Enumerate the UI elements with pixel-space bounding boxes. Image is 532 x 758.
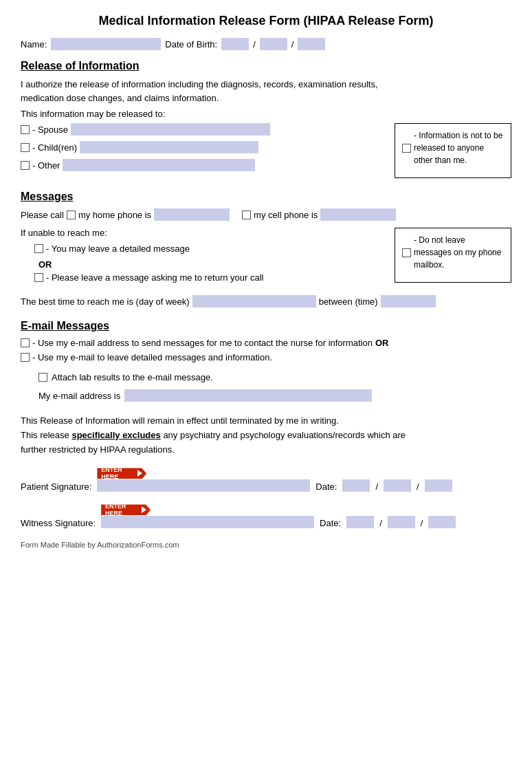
patient-date-label: Date: (315, 481, 337, 492)
do-not-leave-box: - Do not leave messages on my phone mail… (395, 228, 511, 283)
patient-date-month[interactable] (342, 479, 370, 492)
may-leave-checkbox[interactable] (34, 244, 43, 253)
email-addr-input[interactable] (124, 389, 372, 402)
home-phone-input[interactable] (154, 208, 230, 221)
home-phone-label: my home phone is (78, 210, 151, 220)
witness-date-day[interactable] (388, 516, 415, 528)
unable-left: If unable to reach me: - You may leave a… (21, 228, 388, 288)
release-layout: - Spouse - Child(ren) - Other - Informat… (21, 123, 511, 178)
not-released-text: - Information is not to be released to a… (414, 129, 504, 166)
please-leave-row: - Please leave a message asking me to re… (34, 272, 388, 283)
children-checkbox[interactable] (21, 143, 30, 152)
spouse-checkbox[interactable] (21, 125, 30, 134)
release-left: - Spouse - Child(ren) - Other (21, 123, 388, 177)
children-label: - Child(ren) (32, 142, 77, 153)
release-section: Release of Information I authorize the r… (21, 60, 511, 178)
email-addr-row: My e-mail address is (38, 389, 511, 402)
best-time-label: The best time to reach me is (day of wee… (21, 296, 190, 307)
may-leave-label: - You may leave a detailed message (46, 243, 190, 254)
or-text: OR (38, 259, 388, 270)
other-label: - Other (32, 160, 60, 171)
witness-date-label: Date: (320, 518, 341, 528)
slash3: / (375, 481, 378, 492)
do-not-leave-checkbox[interactable] (402, 248, 411, 257)
patient-sig-label: Patient Signature: (21, 481, 91, 492)
do-not-leave-row: - Do not leave messages on my phone mail… (402, 234, 504, 271)
slash1: / (253, 39, 256, 50)
not-released-checkbox[interactable] (402, 144, 411, 153)
not-released-row: - Information is not to be released to a… (402, 129, 504, 166)
witness-sig-row: Witness Signature: ENTER HERE Date: / / (21, 504, 511, 528)
please-leave-label: - Please leave a message asking me to re… (46, 272, 264, 283)
cell-phone-checkbox[interactable] (242, 210, 251, 219)
please-leave-checkbox[interactable] (34, 273, 43, 282)
specifically-excludes: specifically excludes (71, 430, 160, 440)
footer-line2: This release specifically excludes any p… (21, 429, 511, 443)
other-checkbox[interactable] (21, 161, 30, 170)
cell-phone-input[interactable] (320, 208, 396, 221)
name-row: Name: Date of Birth: / / (21, 38, 511, 50)
do-not-leave-text: - Do not leave messages on my phone mail… (414, 234, 504, 271)
email-option1-checkbox[interactable] (21, 338, 30, 347)
patient-sig-input-wrap: ENTER HERE (97, 468, 310, 492)
authorize-text: I authorize the release of information i… (21, 78, 511, 105)
email-section: E-mail Messages - Use my e-mail address … (21, 320, 511, 402)
other-input[interactable] (63, 159, 255, 171)
dob-day-input[interactable] (260, 38, 287, 50)
spouse-label: - Spouse (32, 124, 68, 135)
email-option1-label: - Use my e-mail address to send messages… (32, 338, 373, 348)
phone-row: Please call my home phone is my cell pho… (21, 208, 511, 221)
footer-line3: further restricted by HIPAA regulations. (21, 443, 511, 457)
witness-date-month[interactable] (346, 516, 374, 528)
spouse-row: - Spouse (21, 123, 388, 136)
not-released-box: - Information is not to be released to a… (395, 123, 511, 178)
dob-month-input[interactable] (221, 38, 249, 50)
home-phone-checkbox[interactable] (67, 210, 76, 219)
children-row: - Child(ren) (21, 141, 388, 153)
patient-sig-tag: ENTER HERE (97, 468, 146, 479)
dob-year-input[interactable] (298, 38, 325, 50)
email-option1-row: - Use my e-mail address to send messages… (21, 338, 511, 348)
witness-sig-input-wrap: ENTER HERE (101, 504, 314, 528)
name-label: Name: (21, 39, 47, 50)
email-option2-row: - Use my e-mail to leave detailed messag… (21, 352, 511, 362)
footer-text: This Release of Information will remain … (21, 414, 511, 457)
messages-heading: Messages (21, 191, 511, 203)
between-label: between (time) (319, 296, 378, 307)
dob-label: Date of Birth: (165, 39, 217, 50)
call-label: Please call (21, 210, 64, 220)
witness-sig-label: Witness Signature: (21, 518, 96, 528)
slash2: / (291, 39, 294, 50)
patient-date-day[interactable] (384, 479, 411, 492)
spouse-input[interactable] (71, 123, 270, 136)
made-by: Form Made Fillable by AuthorizationForms… (21, 541, 511, 549)
attach-row: Attach lab results to the e-mail message… (38, 372, 511, 382)
messages-section: Messages Please call my home phone is my… (21, 191, 511, 307)
witness-date-year[interactable] (428, 516, 456, 528)
page-title: Medical Information Release Form (HIPAA … (21, 14, 511, 28)
footer-line1: This Release of Information will remain … (21, 414, 511, 429)
may-leave-row: - You may leave a detailed message (34, 243, 388, 254)
patient-sig-input[interactable] (97, 479, 310, 492)
patient-date-year[interactable] (425, 479, 452, 492)
email-or-label: OR (375, 338, 389, 348)
name-input[interactable] (51, 38, 161, 50)
slash5: / (379, 518, 382, 528)
may-be-released-text: This information may be released to: (21, 109, 511, 119)
unable-label: If unable to reach me: (21, 228, 388, 238)
between-time-input[interactable] (381, 295, 436, 307)
patient-sig-row: Patient Signature: ENTER HERE Date: / / (21, 468, 511, 492)
attach-checkbox[interactable] (38, 373, 47, 382)
children-input[interactable] (80, 141, 258, 153)
other-row: - Other (21, 159, 388, 171)
best-time-input[interactable] (192, 295, 316, 307)
witness-sig-input[interactable] (101, 516, 314, 528)
best-time-row: The best time to reach me is (day of wee… (21, 295, 511, 307)
attach-label: Attach lab results to the e-mail message… (52, 372, 213, 382)
release-heading: Release of Information (21, 60, 511, 72)
slash4: / (417, 481, 419, 492)
email-option2-checkbox[interactable] (21, 353, 30, 362)
email-option2-label: - Use my e-mail to leave detailed messag… (32, 352, 272, 362)
witness-sig-tag: ENTER HERE (101, 504, 151, 515)
unable-layout: If unable to reach me: - You may leave a… (21, 228, 511, 288)
